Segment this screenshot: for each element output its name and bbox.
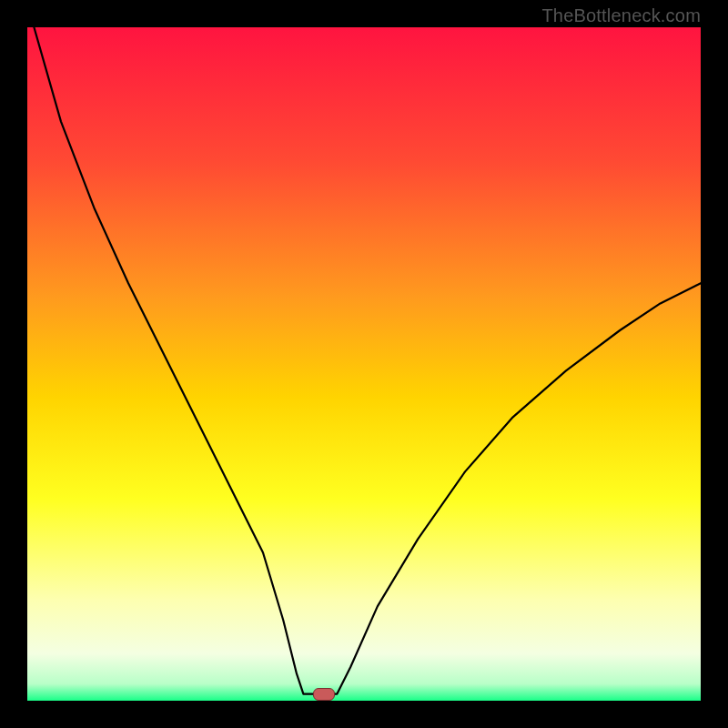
plot-area bbox=[27, 27, 701, 701]
bottleneck-curve bbox=[27, 27, 701, 701]
watermark-text: TheBottleneck.com bbox=[541, 5, 701, 26]
chart-frame: TheBottleneck.com bbox=[0, 0, 728, 728]
optimal-marker bbox=[313, 688, 335, 701]
